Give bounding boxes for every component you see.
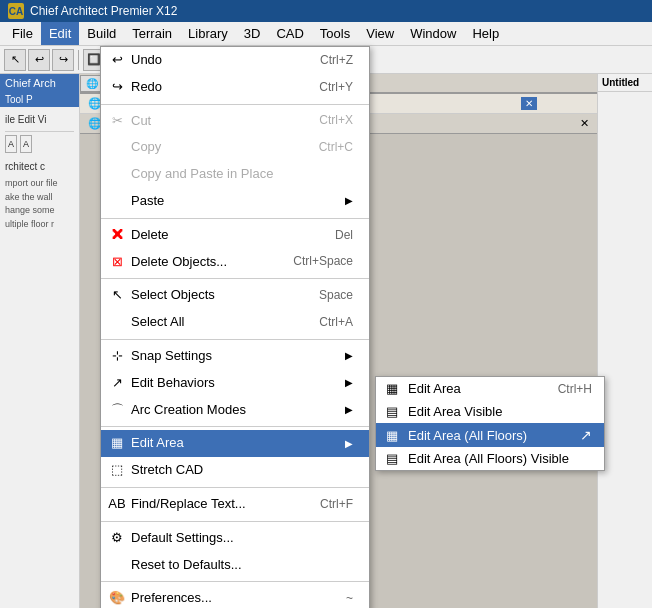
toolbar-select[interactable]: ↖ <box>4 49 26 71</box>
toolbar-separator <box>78 50 79 70</box>
menu-copy-paste[interactable]: Copy and Paste in Place <box>101 161 369 188</box>
menu-delete[interactable]: 🗙 Delete Del <box>101 222 369 249</box>
sidebar-content: ile Edit Vi A A rchitect c mport our fil… <box>0 107 79 236</box>
menu-3d[interactable]: 3D <box>236 22 269 45</box>
arc-icon: ⌒ <box>109 402 125 418</box>
menu-window[interactable]: Window <box>402 22 464 45</box>
menu-sep2 <box>101 218 369 219</box>
arc-arrow: ▶ <box>345 402 353 418</box>
right-panel: Untitled <box>597 74 652 608</box>
prefs-icon: 🎨 <box>109 591 125 607</box>
tab-global-close-icon[interactable]: ✕ <box>521 97 537 110</box>
sidebar-title: Chief Arch <box>0 74 79 92</box>
menu-stretch-cad[interactable]: ⬚ Stretch CAD <box>101 457 369 484</box>
menu-sep1 <box>101 104 369 105</box>
menu-arc-creation[interactable]: ⌒ Arc Creation Modes ▶ <box>101 397 369 424</box>
toolbar-redo[interactable]: ↪ <box>52 49 74 71</box>
menu-delete-objects[interactable]: ⊠ Delete Objects... Ctrl+Space <box>101 249 369 276</box>
paste-arrow: ▶ <box>345 193 353 209</box>
menu-reset-defaults[interactable]: Reset to Defaults... <box>101 552 369 579</box>
menu-find-replace[interactable]: AB Find/Replace Text... Ctrl+F <box>101 491 369 518</box>
tool-btn2[interactable]: A <box>20 135 32 153</box>
snap-arrow: ▶ <box>345 348 353 364</box>
delete-icon: 🗙 <box>109 227 125 243</box>
menu-sep7 <box>101 521 369 522</box>
edit-dropdown-menu[interactable]: ↩ Undo Ctrl+Z ↪ Redo Ctrl+Y ✂ Cut Ctrl+X… <box>100 46 370 608</box>
menu-copy[interactable]: Copy Ctrl+C <box>101 134 369 161</box>
sidebar-text: mport our file ake the wall hange some u… <box>5 177 74 231</box>
delete-objects-icon: ⊠ <box>109 254 125 270</box>
menu-edit[interactable]: Edit <box>41 22 79 45</box>
undo-icon: ↩ <box>109 52 125 68</box>
cut-icon: ✂ <box>109 113 125 129</box>
plan-close[interactable]: ✕ <box>580 117 589 130</box>
menu-file[interactable]: File <box>4 22 41 45</box>
menu-default-settings[interactable]: ⚙ Default Settings... <box>101 525 369 552</box>
sidebar-toolpanel: Tool P <box>0 92 79 107</box>
menu-sep5 <box>101 426 369 427</box>
menu-undo[interactable]: ↩ Undo Ctrl+Z <box>101 47 369 74</box>
left-sidebar: Chief Arch Tool P ile Edit Vi A A rchite… <box>0 74 80 608</box>
select-icon: ↖ <box>109 288 125 304</box>
menu-select-all[interactable]: Select All Ctrl+A <box>101 309 369 336</box>
redo-icon: ↪ <box>109 79 125 95</box>
menu-paste[interactable]: Paste ▶ <box>101 188 369 215</box>
right-panel-title: Untitled <box>598 74 652 92</box>
app-icon: CA <box>8 3 24 19</box>
tool-btn1[interactable]: A <box>5 135 17 153</box>
menu-edit-behaviors[interactable]: ↗ Edit Behaviors ▶ <box>101 370 369 397</box>
edit-area-arrow: ▶ <box>345 436 353 452</box>
sidebar-tools: A A <box>5 135 74 153</box>
edit-area-icon: ▦ <box>109 436 125 452</box>
menu-build[interactable]: Build <box>79 22 124 45</box>
menu-edit-area[interactable]: ▦ Edit Area ▶ <box>101 430 369 457</box>
menu-redo[interactable]: ↪ Redo Ctrl+Y <box>101 74 369 101</box>
menu-sep4 <box>101 339 369 340</box>
menu-library[interactable]: Library <box>180 22 236 45</box>
menu-bar: File Edit Build Terrain Library 3D CAD T… <box>0 22 652 46</box>
sidebar-line1: ile Edit Vi <box>5 112 74 128</box>
menu-tools[interactable]: Tools <box>312 22 358 45</box>
menu-view[interactable]: View <box>358 22 402 45</box>
menu-cad[interactable]: CAD <box>268 22 311 45</box>
menu-cut[interactable]: ✂ Cut Ctrl+X <box>101 108 369 135</box>
toolbar-undo[interactable]: ↩ <box>28 49 50 71</box>
sidebar-sep1 <box>5 131 74 132</box>
app-title: Chief Architect Premier X12 <box>30 4 177 18</box>
menu-sep3 <box>101 278 369 279</box>
menu-preferences[interactable]: 🎨 Preferences... ~ <box>101 585 369 608</box>
menu-sep8 <box>101 581 369 582</box>
stretch-icon: ⬚ <box>109 463 125 479</box>
menu-help[interactable]: Help <box>464 22 507 45</box>
menu-snap-settings[interactable]: ⊹ Snap Settings ▶ <box>101 343 369 370</box>
menu-terrain[interactable]: Terrain <box>124 22 180 45</box>
behaviors-arrow: ▶ <box>345 375 353 391</box>
snap-icon: ⊹ <box>109 348 125 364</box>
title-bar: CA Chief Architect Premier X12 <box>0 0 652 22</box>
default-icon: ⚙ <box>109 530 125 546</box>
find-icon: AB <box>109 496 125 512</box>
menu-select-objects[interactable]: ↖ Select Objects Space <box>101 282 369 309</box>
menu-sep6 <box>101 487 369 488</box>
behaviors-icon: ↗ <box>109 375 125 391</box>
sidebar-arch: rchitect c <box>5 159 74 175</box>
